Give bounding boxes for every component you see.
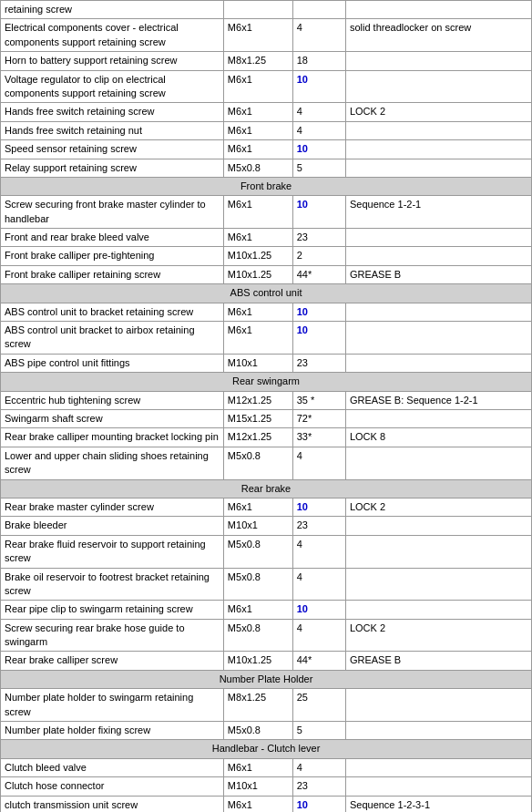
component-size: M5x0.8 [223, 447, 292, 479]
component-size: M12x1.25 [223, 428, 292, 447]
component-notes [345, 159, 531, 177]
component-size: M5x0.8 [223, 568, 292, 601]
component-size: M5x0.8 [223, 722, 292, 740]
component-name: Number plate holder fixing screw [1, 722, 224, 740]
component-size: M5x0.8 [223, 619, 292, 652]
component-size: M10x1 [223, 777, 292, 796]
component-torque [292, 1, 345, 19]
component-name: Swingarm shaft screw [1, 409, 224, 427]
component-name: Electrical components cover - electrical… [1, 19, 224, 52]
component-notes [345, 303, 531, 321]
component-name: Lower and upper chain sliding shoes reta… [1, 447, 224, 479]
component-torque: 33* [292, 428, 345, 447]
component-notes [345, 535, 531, 568]
component-notes [345, 447, 531, 479]
component-name: Front brake calliper pre-tightening [1, 247, 224, 265]
component-torque: 4 [292, 758, 345, 776]
component-notes: LOCK 2 [345, 619, 531, 652]
component-notes: LOCK 2 [345, 103, 531, 121]
component-size: M8x1.25 [223, 52, 292, 70]
component-size: M6x1 [223, 70, 292, 103]
component-torque: 4 [292, 121, 345, 139]
component-notes: LOCK 8 [345, 428, 531, 447]
component-torque: 4 [292, 447, 345, 479]
component-notes: solid threadlocker on screw [345, 19, 531, 52]
component-name: Relay support retaining screw [1, 159, 224, 177]
component-torque: 10 [292, 498, 345, 516]
component-name: Speed sensor retaining screw [1, 140, 224, 159]
component-torque: 10 [292, 140, 345, 159]
component-notes [345, 229, 531, 247]
component-size: M6x1 [223, 196, 292, 229]
component-size: M6x1 [223, 758, 292, 776]
component-notes [345, 568, 531, 601]
component-torque: 44* [292, 652, 345, 670]
component-notes [345, 322, 531, 355]
component-torque: 35 * [292, 391, 345, 409]
component-name: ABS control unit bracket to airbox retai… [1, 322, 224, 355]
component-torque: 23 [292, 229, 345, 247]
component-notes [345, 354, 531, 372]
component-notes [345, 689, 531, 722]
component-size: M6x1 [223, 19, 292, 52]
component-name: Number plate holder to swingarm retainin… [1, 689, 224, 722]
component-size: M6x1 [223, 121, 292, 139]
component-name: retaining screw [1, 1, 224, 19]
component-notes [345, 121, 531, 139]
component-notes [345, 601, 531, 619]
component-size: M6x1 [223, 303, 292, 321]
component-notes [345, 140, 531, 159]
component-size [223, 1, 292, 19]
component-torque: 10 [292, 70, 345, 103]
section-header: Handlebar - Clutch lever [1, 740, 532, 758]
component-notes: GREASE B [345, 652, 531, 670]
component-name: Front and rear brake bleed valve [1, 229, 224, 247]
component-name: ABS control unit to bracket retaining sc… [1, 303, 224, 321]
component-notes [345, 758, 531, 776]
component-torque: 10 [292, 796, 345, 812]
component-name: Clutch bleed valve [1, 758, 224, 776]
component-name: Hands free switch retaining screw [1, 103, 224, 121]
component-notes [345, 409, 531, 427]
component-name: Front brake calliper retaining screw [1, 265, 224, 283]
component-torque: 4 [292, 568, 345, 601]
component-torque: 5 [292, 722, 345, 740]
component-size: M10x1.25 [223, 265, 292, 283]
component-name: Brake oil reservoir to footrest bracket … [1, 568, 224, 601]
component-name: Rear brake calliper mounting bracket loc… [1, 428, 224, 447]
component-notes [345, 722, 531, 740]
component-torque: 4 [292, 19, 345, 52]
component-notes: Sequence 1-2-3-1 [345, 796, 531, 812]
component-size: M10x1 [223, 517, 292, 535]
component-name: Rear brake fluid reservoir to support re… [1, 535, 224, 568]
component-size: M5x0.8 [223, 159, 292, 177]
component-torque: 25 [292, 689, 345, 722]
component-name: Voltage regulator to clip on electrical … [1, 70, 224, 103]
component-torque: 23 [292, 354, 345, 372]
component-torque: 23 [292, 517, 345, 535]
component-size: M5x0.8 [223, 535, 292, 568]
component-size: M10x1 [223, 354, 292, 372]
section-header: Rear swingarm [1, 373, 532, 391]
component-torque: 4 [292, 535, 345, 568]
component-name: Rear pipe clip to swingarm retaining scr… [1, 601, 224, 619]
component-size: M6x1 [223, 498, 292, 516]
component-size: M6x1 [223, 601, 292, 619]
component-torque: 10 [292, 322, 345, 355]
component-notes: Sequence 1-2-1 [345, 196, 531, 229]
component-size: M6x1 [223, 140, 292, 159]
component-size: M10x1.25 [223, 247, 292, 265]
component-torque: 18 [292, 52, 345, 70]
component-name: Rear brake master cylinder screw [1, 498, 224, 516]
component-torque: 23 [292, 777, 345, 796]
component-torque: 2 [292, 247, 345, 265]
component-name: Screw securing front brake master cylind… [1, 196, 224, 229]
component-torque: 44* [292, 265, 345, 283]
component-torque: 4 [292, 103, 345, 121]
component-size: M8x1.25 [223, 689, 292, 722]
component-torque: 72* [292, 409, 345, 427]
component-name: Eccentric hub tightening screw [1, 391, 224, 409]
section-header: Number Plate Holder [1, 670, 532, 688]
component-name: clutch transmission unit screw [1, 796, 224, 812]
torque-table: retaining screwElectrical components cov… [0, 0, 532, 812]
